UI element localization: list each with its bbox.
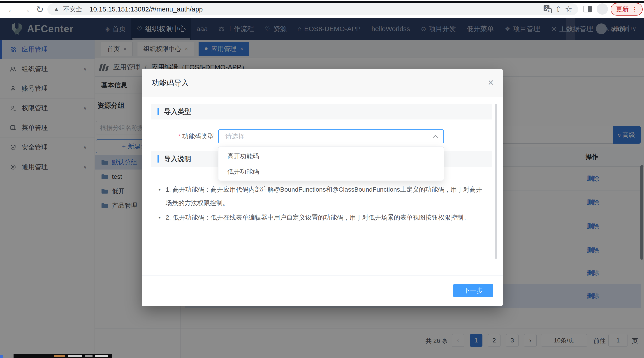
section-accent-bar <box>158 155 159 163</box>
address-bar[interactable]: ▲ 不安全 10.15.15.151:13082/#/menu_auth/app… <box>48 3 578 15</box>
browser-reload-button[interactable]: ↻ <box>36 4 44 15</box>
share-icon[interactable]: ⇧ <box>555 5 562 13</box>
import-descriptions: 1. 高开功能码：高开应用代码内部注解@BoundFunctions和@Clas… <box>158 183 483 225</box>
bookmark-star-icon[interactable]: ☆ <box>565 4 572 14</box>
required-asterisk: * <box>178 133 180 140</box>
dock-mark <box>85 355 92 357</box>
side-panel-icon[interactable] <box>584 6 592 12</box>
browser-update-button[interactable]: 更新 ⋮ <box>610 3 643 15</box>
address-divider <box>86 6 86 13</box>
browser-menu-dots-icon[interactable]: ⋮ <box>631 5 638 13</box>
dock-mark <box>95 355 108 357</box>
field-label-text: 功能码类型 <box>182 132 214 141</box>
update-label: 更新 <box>616 5 629 13</box>
dock-wedge <box>0 355 3 358</box>
section-accent-bar <box>158 108 159 115</box>
section-title: 导入类型 <box>164 107 191 116</box>
dialog-title: 功能码导入 <box>152 69 189 97</box>
section-import-type: 导入类型 <box>151 104 492 119</box>
dialog-footer: 下一步 <box>142 276 503 306</box>
browser-back-button[interactable]: ← <box>7 4 16 15</box>
window-edge-strip <box>0 1 644 3</box>
section-title: 导入说明 <box>164 154 191 164</box>
dock-mark <box>68 355 82 357</box>
select-input[interactable] <box>219 130 444 143</box>
option-high-code[interactable]: 高开功能码 <box>218 149 444 164</box>
close-icon[interactable]: × <box>488 77 494 88</box>
screen: ← → ↻ ▲ 不安全 10.15.15.151:13082/#/menu_au… <box>0 0 644 358</box>
field-label: * 功能码类型 <box>151 129 214 143</box>
description-item: 1. 高开功能码：高开应用代码内部注解@BoundFunctions和@Clas… <box>158 183 483 210</box>
dialog-scrollbar[interactable] <box>494 104 497 259</box>
description-item: 2. 低开功能码：低开在线表单编辑器中用户自定义设置的功能码，用于对低开场景的表… <box>158 211 483 224</box>
browser-toolbar: ← → ↻ ▲ 不安全 10.15.15.151:13082/#/menu_au… <box>0 0 644 18</box>
translate-icon[interactable]: 文G <box>544 5 552 13</box>
browser-profile-avatar[interactable] <box>596 3 608 15</box>
dialog-header: 功能码导入 × <box>142 69 503 97</box>
url-text: 10.15.15.151:13082/#/menu_auth/app <box>90 6 203 13</box>
dock-strip <box>14 354 112 358</box>
dock-mark <box>54 355 65 357</box>
function-code-import-dialog: 功能码导入 × 导入类型 * 功能码类型 导入说明 高开功能码 低开功能码 1.… <box>142 69 503 306</box>
function-code-type-select[interactable] <box>218 129 444 143</box>
not-secure-warning-icon: ▲ <box>53 6 60 13</box>
select-dropdown: 高开功能码 低开功能码 <box>218 147 444 181</box>
security-label: 不安全 <box>63 5 82 13</box>
browser-forward-button[interactable]: → <box>22 4 31 15</box>
option-low-code[interactable]: 低开功能码 <box>218 164 444 179</box>
next-step-button[interactable]: 下一步 <box>453 284 493 297</box>
